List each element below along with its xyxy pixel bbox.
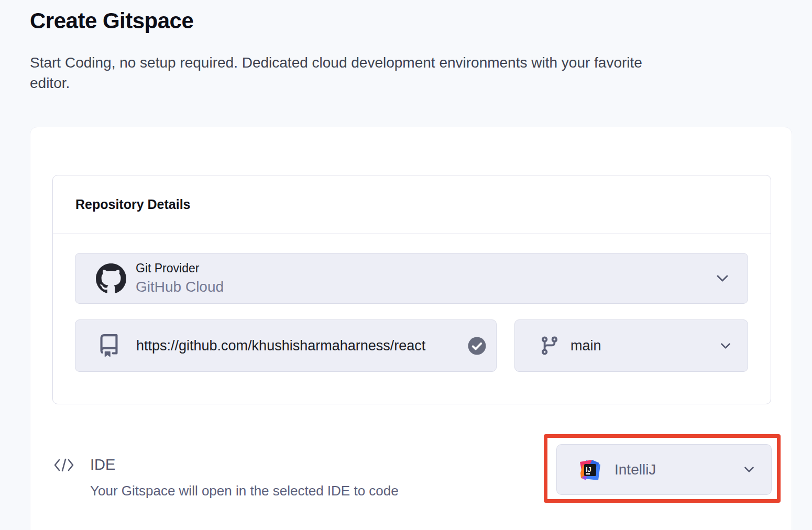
- repo-url-input[interactable]: https://github.com/khushisharmaharness/r…: [75, 319, 497, 372]
- page-subtitle: Start Coding, no setup required. Dedicat…: [30, 52, 642, 93]
- git-provider-labels: Git Provider GitHub Cloud: [136, 261, 224, 295]
- git-provider-label: Git Provider: [136, 261, 224, 275]
- git-provider-select[interactable]: Git Provider GitHub Cloud: [75, 253, 748, 304]
- svg-text:IJ: IJ: [586, 465, 591, 473]
- page-subtitle-line-1: Start Coding, no setup required. Dedicat…: [30, 52, 642, 73]
- repo-book-icon: [97, 334, 120, 357]
- intellij-icon: IJ: [579, 459, 600, 480]
- check-circle-icon: [467, 336, 487, 356]
- page-subtitle-line-2: editor.: [30, 73, 642, 93]
- branch-select[interactable]: main: [514, 319, 748, 372]
- ide-select[interactable]: IJ IntelliJ: [556, 444, 772, 495]
- code-icon: [53, 458, 74, 472]
- ide-selected-value: IntelliJ: [615, 461, 656, 478]
- ide-section-description: Your Gitspace will open in the selected …: [90, 483, 399, 499]
- git-provider-value: GitHub Cloud: [136, 279, 224, 295]
- chevron-down-icon: [716, 274, 729, 282]
- chevron-down-icon: [744, 466, 754, 473]
- page-title: Create Gitspace: [30, 8, 193, 34]
- chevron-down-icon: [720, 343, 731, 349]
- repository-details-header: Repository Details: [53, 175, 771, 234]
- repository-details-heading: Repository Details: [75, 197, 191, 212]
- branch-value: main: [570, 338, 601, 354]
- repo-url-value: https://github.com/khushisharmaharness/r…: [136, 338, 467, 354]
- github-icon: [96, 263, 126, 294]
- ide-section-label: IDE: [90, 456, 115, 473]
- git-branch-icon: [539, 335, 560, 356]
- create-gitspace-page: Create Gitspace Start Coding, no setup r…: [0, 0, 812, 530]
